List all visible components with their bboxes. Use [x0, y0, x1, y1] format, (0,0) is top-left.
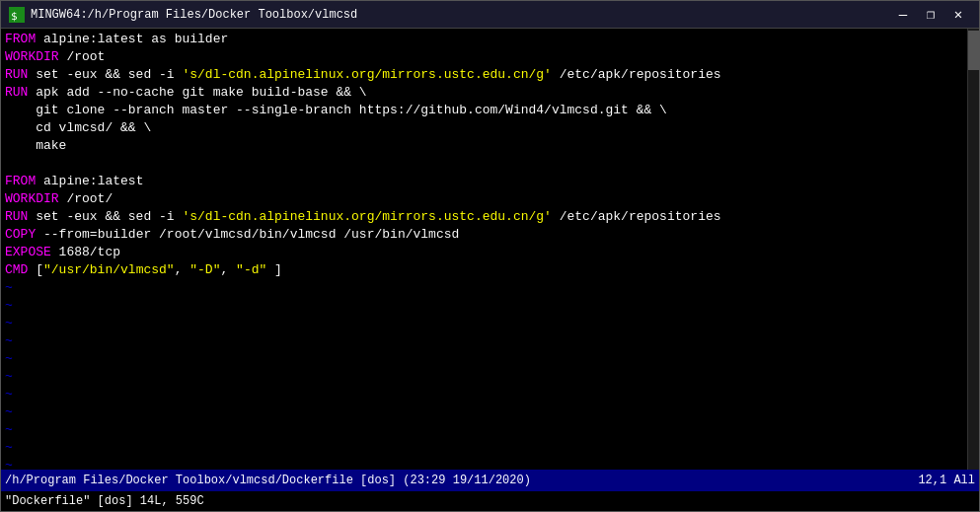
- line-9-rest: alpine:latest: [36, 174, 143, 188]
- tilde-11: ~: [1, 457, 967, 470]
- line-11-str: 's/dl-cdn.alpinelinux.org/mirrors.ustc.e…: [182, 209, 551, 224]
- tilde-4: ~: [1, 332, 967, 350]
- line-4-rest: apk add --no-cache git make build-base &…: [28, 85, 366, 100]
- scrollbar[interactable]: [967, 29, 979, 470]
- line-14-str1: "/usr/bin/vlmcsd": [43, 262, 175, 277]
- code-content: FROM alpine:latest as builder WORKDIR /r…: [1, 29, 967, 470]
- tilde-1: ~: [1, 279, 967, 297]
- line-3-str: 's/dl-cdn.alpinelinux.org/mirrors.ustc.e…: [182, 67, 551, 82]
- keyword-copy: COPY: [5, 227, 36, 242]
- line-11-path: /etc/apk/repositories: [552, 209, 721, 224]
- restore-button[interactable]: ❐: [918, 5, 943, 25]
- status-right: 12,1 All: [918, 474, 975, 487]
- keyword-workdir: WORKDIR: [5, 49, 59, 64]
- window-controls: — ❐ ✕: [890, 5, 971, 25]
- status-bar: /h/Program Files/Docker Toolbox/vlmcsd/D…: [1, 470, 979, 491]
- line-8-text: [5, 156, 13, 171]
- bottom-bar: "Dockerfile" [dos] 14L, 559C: [1, 491, 979, 511]
- line-14-str2: "-D": [189, 262, 220, 277]
- line-6: cd vlmcsd/ && \: [1, 119, 967, 137]
- tilde-3: ~: [1, 315, 967, 332]
- title-bar: $ MINGW64:/h/Program Files/Docker Toolbo…: [1, 1, 979, 29]
- tilde-7: ~: [1, 386, 967, 403]
- line-7: make: [1, 137, 967, 155]
- line-2-rest: /root: [59, 49, 106, 64]
- line-10-rest: /root/: [59, 191, 113, 206]
- line-7-text: make: [5, 138, 66, 153]
- line-11: RUN set -eux && sed -i 's/dl-cdn.alpinel…: [1, 208, 967, 226]
- bottom-text: "Dockerfile" [dos] 14L, 559C: [5, 494, 204, 508]
- line-1: FROM alpine:latest as builder: [1, 31, 967, 48]
- line-13: EXPOSE 1688/tcp: [1, 244, 967, 261]
- code-editor[interactable]: FROM alpine:latest as builder WORKDIR /r…: [1, 29, 967, 470]
- line-5: git clone --branch master --single-branc…: [1, 102, 967, 119]
- title-bar-text: MINGW64:/h/Program Files/Docker Toolbox/…: [31, 8, 890, 22]
- line-12-rest: --from=builder /root/vlmcsd/bin/vlmcsd /…: [36, 227, 459, 242]
- line-12: COPY --from=builder /root/vlmcsd/bin/vlm…: [1, 226, 967, 244]
- line-3-path: /etc/apk/repositories: [552, 67, 721, 82]
- line-14-str3: "-d": [236, 262, 266, 277]
- tilde-6: ~: [1, 368, 967, 386]
- tilde-8: ~: [1, 403, 967, 421]
- tilde-9: ~: [1, 421, 967, 439]
- status-left: /h/Program Files/Docker Toolbox/vlmcsd/D…: [5, 474, 918, 487]
- line-5-text: git clone --branch master --single-branc…: [5, 103, 667, 117]
- tilde-5: ~: [1, 350, 967, 368]
- line-1-rest: alpine:latest as builder: [36, 32, 228, 46]
- line-13-rest: 1688/tcp: [51, 245, 120, 259]
- editor-area: FROM alpine:latest as builder WORKDIR /r…: [1, 29, 979, 470]
- keyword-from: FROM: [5, 32, 36, 46]
- keyword-expose: EXPOSE: [5, 245, 51, 259]
- line-11-pre: set -eux && sed -i: [28, 209, 182, 224]
- scrollbar-thumb[interactable]: [968, 31, 979, 70]
- svg-text:$: $: [11, 10, 18, 23]
- keyword-run-2: RUN: [5, 85, 28, 100]
- line-2: WORKDIR /root: [1, 48, 967, 66]
- keyword-cmd: CMD: [5, 262, 28, 277]
- line-14: CMD ["/usr/bin/vlmcsd", "-D", "-d" ]: [1, 261, 967, 279]
- line-6-text: cd vlmcsd/ && \: [5, 120, 151, 135]
- line-14-sep2: ,: [220, 262, 236, 277]
- keyword-run-3: RUN: [5, 209, 28, 224]
- tilde-2: ~: [1, 297, 967, 315]
- keyword-run-1: RUN: [5, 67, 28, 82]
- keyword-workdir-2: WORKDIR: [5, 191, 59, 206]
- line-3-rest: set -eux && sed -i: [28, 67, 182, 82]
- line-14-bracket-open: [: [28, 262, 43, 277]
- line-14-sep1: ,: [175, 262, 190, 277]
- keyword-from-2: FROM: [5, 174, 36, 188]
- app-icon: $: [9, 7, 25, 23]
- line-14-bracket-close: ]: [266, 262, 282, 277]
- line-4: RUN apk add --no-cache git make build-ba…: [1, 84, 967, 102]
- minimize-button[interactable]: —: [890, 5, 916, 25]
- line-8: [1, 155, 967, 173]
- close-button[interactable]: ✕: [945, 5, 971, 25]
- line-3: RUN set -eux && sed -i 's/dl-cdn.alpinel…: [1, 66, 967, 84]
- window: $ MINGW64:/h/Program Files/Docker Toolbo…: [0, 0, 980, 512]
- line-10: WORKDIR /root/: [1, 190, 967, 208]
- line-9: FROM alpine:latest: [1, 173, 967, 190]
- tilde-10: ~: [1, 439, 967, 457]
